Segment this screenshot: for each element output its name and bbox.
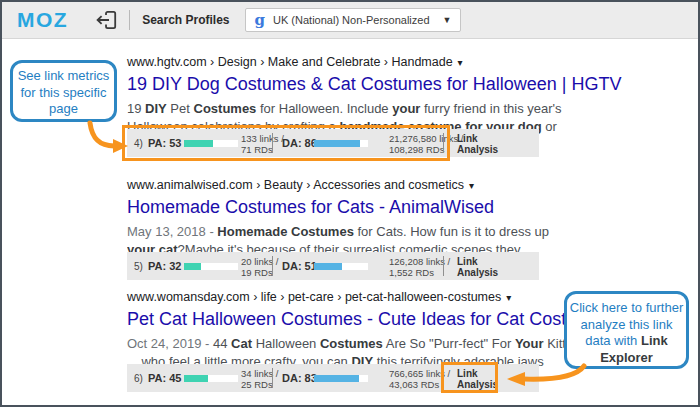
breadcrumb[interactable]: www.womansday.com › life › pet-care › pe… xyxy=(127,290,575,305)
moz-metrics-strip: 5) PA: 32 20 links /19 RDs DA: 51 126,20… xyxy=(127,252,539,280)
metric-divider xyxy=(272,133,273,153)
pa-bar-fill xyxy=(184,140,213,147)
arrow-head-right xyxy=(113,139,128,153)
search-profile-dropdown[interactable]: g UK (National) Non-Personalized ▼ xyxy=(245,8,462,32)
search-profile-value: UK (National) Non-Personalized xyxy=(273,14,430,26)
link-analysis-button[interactable]: LinkAnalysis xyxy=(457,256,498,278)
pa-links-count: 133 links /71 RDs xyxy=(241,133,284,155)
da-links-count: 766,665 links /43,063 RDs xyxy=(389,368,450,390)
metric-divider xyxy=(443,133,444,153)
da-bar xyxy=(314,375,368,382)
result-title-link[interactable]: Pet Cat Halloween Costumes - Cute Ideas … xyxy=(127,308,575,330)
moz-metrics-strip: 4) PA: 53 133 links /71 RDs DA: 86 21,27… xyxy=(127,129,539,157)
search-result-hgtv: www.hgtv.com › Design › Make and Celebra… xyxy=(127,55,575,135)
pa-bar xyxy=(184,375,238,382)
result-title-link[interactable]: 19 DIY Dog Costumes & Cat Costumes for H… xyxy=(127,73,575,95)
breadcrumb[interactable]: www.hgtv.com › Design › Make and Celebra… xyxy=(127,55,575,70)
chevron-down-icon: ▼ xyxy=(443,15,452,25)
result-index: 4) xyxy=(134,138,143,149)
da-bar-fill xyxy=(314,263,342,270)
breadcrumb[interactable]: www.animalwised.com › Beauty › Accessori… xyxy=(127,178,575,193)
da-label: DA: 86 xyxy=(282,137,317,149)
link-analysis-button[interactable]: LinkAnalysis xyxy=(457,133,498,155)
mozbar-toolbar: MOZ Search Profiles g UK (National) Non-… xyxy=(2,2,698,39)
arrow-to-metrics xyxy=(90,123,114,146)
metric-divider xyxy=(272,368,273,388)
link-analysis-button[interactable]: LinkAnalysis xyxy=(457,368,498,390)
pa-bar xyxy=(184,263,238,270)
pa-bar-fill xyxy=(184,375,208,382)
callout-link-metrics: See link metrics for this specific page xyxy=(10,60,117,122)
da-bar-fill xyxy=(314,375,359,382)
da-bar xyxy=(314,263,368,270)
da-links-count: 21,276,580 links /108,298 RDs xyxy=(389,133,463,155)
pa-bar xyxy=(184,140,238,147)
chevron-down-icon[interactable]: ▾ xyxy=(458,57,463,68)
mozbar-serp-screenshot: MOZ Search Profiles g UK (National) Non-… xyxy=(0,0,700,407)
chevron-down-icon[interactable]: ▾ xyxy=(506,292,511,303)
moz-metrics-strip: 6) PA: 45 34 links /25 RDs DA: 83 766,66… xyxy=(127,364,539,392)
metric-divider xyxy=(272,256,273,276)
da-bar-fill xyxy=(314,140,360,147)
result-index: 6) xyxy=(134,373,143,384)
da-label: DA: 83 xyxy=(282,372,317,384)
search-profiles-label: Search Profiles xyxy=(142,13,229,27)
da-label: DA: 51 xyxy=(282,260,317,272)
export-icon[interactable] xyxy=(95,10,117,30)
pa-label: PA: 32 xyxy=(148,260,181,272)
search-result-animalwised: www.animalwised.com › Beauty › Accessori… xyxy=(127,178,575,258)
da-bar xyxy=(314,140,368,147)
chevron-down-icon[interactable]: ▾ xyxy=(469,180,474,191)
search-result-womansday: www.womansday.com › life › pet-care › pe… xyxy=(127,290,575,370)
moz-logo: MOZ xyxy=(17,8,68,32)
pa-bar-fill xyxy=(184,263,201,270)
toolbar-divider xyxy=(129,10,130,30)
pa-label: PA: 53 xyxy=(148,137,181,149)
metric-divider xyxy=(443,368,444,388)
google-icon: g xyxy=(255,11,266,29)
da-links-count: 126,208 links /1,552 RDs xyxy=(389,256,450,278)
metric-divider xyxy=(443,256,444,276)
callout-link-explorer: Click here to further analyze this link … xyxy=(564,291,689,369)
result-title-link[interactable]: Homemade Costumes for Cats - AnimalWised xyxy=(127,196,575,218)
result-index: 5) xyxy=(134,261,143,272)
pa-label: PA: 45 xyxy=(148,372,181,384)
